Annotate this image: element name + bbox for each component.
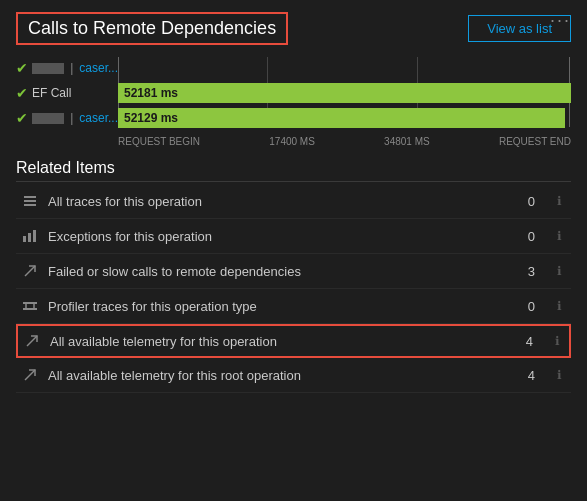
row3-bar-label: 52129 ms bbox=[124, 111, 178, 125]
divider bbox=[16, 181, 571, 182]
all-telemetry-root-label: All available telemetry for this root op… bbox=[48, 368, 507, 383]
all-telemetry-root-info: ℹ bbox=[551, 368, 567, 382]
page-title: Calls to Remote Dependencies bbox=[28, 18, 276, 38]
svg-rect-2 bbox=[24, 204, 36, 206]
x-axis: REQUEST BEGIN 17400 MS 34801 MS REQUEST … bbox=[118, 132, 571, 147]
chart-label-row-3: ✔ | caser... bbox=[16, 107, 118, 129]
all-traces-count: 0 bbox=[515, 194, 535, 209]
chart-labels-col: ✔ | caser... ✔ EF Call ✔ | caser... bbox=[16, 57, 118, 147]
x-label-2: 34801 MS bbox=[384, 136, 430, 147]
arrow-telemetry-icon bbox=[22, 331, 42, 351]
x-label-0: REQUEST BEGIN bbox=[118, 136, 200, 147]
caser-link-1[interactable]: caser... bbox=[79, 61, 118, 75]
all-traces-label: All traces for this operation bbox=[48, 194, 507, 209]
svg-rect-7 bbox=[23, 302, 37, 304]
chart-bars-col: 52181 ms 52129 ms REQUEST BEGIN 17400 MS… bbox=[118, 57, 571, 147]
check-icon-1: ✔ bbox=[16, 60, 28, 76]
chart-wrapper: ✔ | caser... ✔ EF Call ✔ | caser... bbox=[16, 57, 571, 147]
chart-bar-row-1 bbox=[118, 57, 571, 79]
related-item-failed-slow[interactable]: Failed or slow calls to remote dependenc… bbox=[16, 254, 571, 289]
check-icon-2: ✔ bbox=[16, 85, 28, 101]
svg-line-12 bbox=[25, 370, 35, 380]
svg-rect-8 bbox=[23, 308, 37, 310]
profiler-count: 0 bbox=[515, 299, 535, 314]
caser-link-3[interactable]: caser... bbox=[79, 111, 118, 125]
title-box: Calls to Remote Dependencies bbox=[16, 12, 288, 45]
svg-rect-0 bbox=[24, 196, 36, 198]
chart-label-row-2: ✔ EF Call bbox=[16, 82, 118, 104]
exceptions-info: ℹ bbox=[551, 229, 567, 243]
svg-rect-1 bbox=[24, 200, 36, 202]
profiler-icon bbox=[20, 296, 40, 316]
svg-line-6 bbox=[25, 266, 35, 276]
check-icon-3: ✔ bbox=[16, 110, 28, 126]
related-item-all-traces[interactable]: All traces for this operation 0 ℹ bbox=[16, 184, 571, 219]
row3-bar: 52129 ms bbox=[118, 108, 565, 128]
ef-call-bar: 52181 ms bbox=[118, 83, 571, 103]
all-telemetry-root-count: 4 bbox=[515, 368, 535, 383]
chart-label-row-1: ✔ | caser... bbox=[16, 57, 118, 79]
x-label-1: 17400 MS bbox=[269, 136, 315, 147]
list-icon bbox=[20, 191, 40, 211]
related-item-all-telemetry[interactable]: All available telemetry for this operati… bbox=[16, 324, 571, 358]
bar-chart-icon bbox=[20, 226, 40, 246]
all-telemetry-label: All available telemetry for this operati… bbox=[50, 334, 505, 349]
svg-rect-5 bbox=[33, 230, 36, 242]
svg-rect-3 bbox=[23, 236, 26, 242]
profiler-label: Profiler traces for this operation type bbox=[48, 299, 507, 314]
chart-bar-row-3: 52129 ms bbox=[118, 107, 571, 129]
all-telemetry-info: ℹ bbox=[549, 334, 565, 348]
chart-area: ✔ | caser... ✔ EF Call ✔ | caser... bbox=[0, 53, 587, 147]
related-item-profiler[interactable]: Profiler traces for this operation type … bbox=[16, 289, 571, 324]
redacted-label-3 bbox=[32, 113, 64, 124]
related-items-title: Related Items bbox=[16, 159, 571, 177]
profiler-info: ℹ bbox=[551, 299, 567, 313]
svg-line-11 bbox=[27, 336, 37, 346]
related-item-exceptions[interactable]: Exceptions for this operation 0 ℹ bbox=[16, 219, 571, 254]
arrow-root-icon bbox=[20, 365, 40, 385]
header: Calls to Remote Dependencies View as lis… bbox=[0, 0, 587, 53]
exceptions-count: 0 bbox=[515, 229, 535, 244]
failed-slow-count: 3 bbox=[515, 264, 535, 279]
redacted-label-1 bbox=[32, 63, 64, 74]
svg-rect-4 bbox=[28, 233, 31, 242]
related-item-all-telemetry-root[interactable]: All available telemetry for this root op… bbox=[16, 358, 571, 393]
ef-call-bar-label: 52181 ms bbox=[124, 86, 178, 100]
all-telemetry-count: 4 bbox=[513, 334, 533, 349]
x-label-3: REQUEST END bbox=[499, 136, 571, 147]
three-dots-menu[interactable]: ··· bbox=[550, 10, 571, 31]
main-container: ··· Calls to Remote Dependencies View as… bbox=[0, 0, 587, 501]
chart-bar-row-2: 52181 ms bbox=[118, 82, 571, 104]
related-items-section: Related Items All traces for this operat… bbox=[0, 147, 587, 393]
exceptions-label: Exceptions for this operation bbox=[48, 229, 507, 244]
arrow-up-right-icon bbox=[20, 261, 40, 281]
all-traces-info: ℹ bbox=[551, 194, 567, 208]
failed-slow-label: Failed or slow calls to remote dependenc… bbox=[48, 264, 507, 279]
failed-slow-info: ℹ bbox=[551, 264, 567, 278]
ef-call-label: EF Call bbox=[32, 86, 71, 100]
